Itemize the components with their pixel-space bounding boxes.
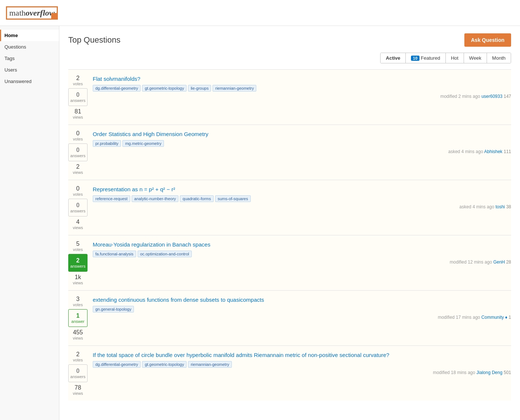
sidebar-item-users[interactable]: Users: [0, 64, 59, 76]
user-rep-4: 28: [506, 259, 511, 265]
tag[interactable]: gt.geometric-topology: [142, 85, 187, 92]
question-item-4: 5 votes 2 answers 1k views Moreau-Yosida…: [68, 235, 511, 290]
tag[interactable]: lie-groups: [188, 85, 211, 92]
question-item-1: 2 votes 0 answers 81 views Flat solvmani…: [68, 69, 511, 125]
answers-label-4: answers: [70, 264, 86, 268]
views-label-6: views: [73, 391, 83, 396]
votes-label-4: votes: [73, 247, 83, 252]
sidebar-item-home[interactable]: Home: [0, 30, 59, 41]
votes-count-1: 2: [76, 75, 80, 82]
votes-count-2: 0: [76, 130, 80, 137]
answers-label-1: answers: [70, 98, 86, 103]
views-count-4: 1k: [75, 274, 81, 281]
question-user-6[interactable]: Jialong Deng: [477, 370, 503, 375]
answers-count-5: 1: [76, 312, 80, 319]
sidebar: Home Questions Tags Users Unanswered: [0, 26, 59, 420]
layout: Home Questions Tags Users Unanswered Top…: [0, 26, 520, 420]
tab-week[interactable]: Week: [464, 53, 487, 63]
tags-1: dg.differential-geometrygt.geometric-top…: [93, 85, 511, 92]
views-label-3: views: [73, 225, 83, 230]
votes-box-5: 3 votes: [73, 296, 83, 307]
views-box-4: 1k views: [73, 274, 83, 285]
logo-overflow-text: overflow: [26, 8, 55, 17]
tag[interactable]: quadratic-forms: [180, 195, 213, 202]
logo[interactable]: mathoverflow: [6, 6, 58, 20]
tag[interactable]: sums-of-squares: [215, 195, 251, 202]
question-title-4[interactable]: Moreau-Yosida regularization in Banach s…: [93, 241, 511, 248]
question-title-2[interactable]: Order Statistics and High Dimension Geom…: [93, 130, 511, 138]
views-box-6: 78 views: [73, 384, 83, 396]
views-box-2: 2 views: [73, 163, 83, 175]
tag[interactable]: pr.probability: [93, 140, 121, 147]
votes-count-3: 0: [76, 185, 80, 192]
tab-month[interactable]: Month: [487, 53, 511, 63]
tab-featured-label: Featured: [421, 55, 440, 61]
tag[interactable]: analytic-number-theory: [132, 195, 179, 202]
tag[interactable]: dg.differential-geometry: [93, 85, 141, 92]
views-count-5: 455: [73, 329, 83, 336]
views-label-2: views: [73, 170, 83, 175]
tags-4: fa.functional-analysisoc.optimization-an…: [93, 251, 511, 257]
header: mathoverflow: [0, 0, 520, 26]
question-user-1[interactable]: user60933: [481, 94, 503, 99]
user-rep-3: 38: [506, 204, 511, 209]
votes-count-4: 5: [76, 241, 80, 247]
logo-box: mathoverflow: [6, 6, 58, 20]
tag[interactable]: riemannian-geometry: [213, 85, 256, 92]
votes-box-1: 2 votes: [73, 75, 83, 86]
question-title-5[interactable]: extending continuous functions from dens…: [93, 296, 511, 304]
votes-label-5: votes: [73, 302, 83, 307]
votes-count-5: 3: [76, 296, 80, 302]
question-user-3[interactable]: toshi: [496, 204, 505, 209]
views-box-1: 81 views: [73, 108, 83, 119]
question-user-2[interactable]: Abhishek: [484, 149, 502, 154]
stats-col-4: 5 votes 2 answers 1k views: [68, 241, 88, 285]
tag[interactable]: reference-request: [93, 195, 130, 202]
answers-box-5: 1 answer: [68, 309, 88, 327]
stats-col-2: 0 votes 0 answers 2 views: [68, 130, 88, 175]
question-content-4: Moreau-Yosida regularization in Banach s…: [93, 241, 511, 265]
tab-hot[interactable]: Hot: [445, 53, 464, 63]
views-label-5: views: [73, 336, 83, 340]
question-title-6[interactable]: If the total space of circle bundle over…: [93, 351, 511, 359]
user-rep-1: 147: [504, 94, 511, 99]
answers-box-1: 0 answers: [68, 88, 88, 106]
answers-box-4: 2 answers: [68, 254, 88, 272]
page-title: Top Questions: [68, 35, 121, 45]
question-title-3[interactable]: Representation as n = p² + q² − r²: [93, 185, 511, 193]
top-bar: Top Questions Ask Question: [68, 33, 511, 47]
tags-3: reference-requestanalytic-number-theoryq…: [93, 195, 511, 202]
sidebar-item-unanswered[interactable]: Unanswered: [0, 76, 59, 87]
question-user-4[interactable]: GenH: [493, 259, 505, 265]
tag[interactable]: oc.optimization-and-control: [138, 251, 192, 257]
main-content: Top Questions Ask Question Active 10 Fea…: [59, 26, 520, 420]
tab-active[interactable]: Active: [381, 53, 405, 63]
sidebar-item-questions[interactable]: Questions: [0, 41, 59, 53]
question-user-5[interactable]: Community ♦: [481, 315, 507, 320]
tab-featured[interactable]: 10 Featured: [405, 53, 445, 63]
tag[interactable]: riemannian-geometry: [188, 361, 232, 368]
sidebar-item-tags[interactable]: Tags: [0, 53, 59, 64]
tag[interactable]: gn.general-topology: [93, 306, 134, 312]
answers-label-3: answers: [70, 209, 86, 213]
question-content-2: Order Statistics and High Dimension Geom…: [93, 130, 511, 154]
views-box-3: 4 views: [73, 219, 83, 230]
tag[interactable]: mg.metric-geometry: [122, 140, 164, 147]
stats-col-6: 2 votes 0 answers 78 views: [68, 351, 88, 396]
user-rep-6: 501: [504, 370, 511, 375]
tag[interactable]: dg.differential-geometry: [93, 361, 141, 368]
answers-count-6: 0: [76, 368, 80, 374]
views-count-1: 81: [75, 108, 81, 115]
tag[interactable]: gt.geometric-topology: [142, 361, 187, 368]
answers-count-2: 0: [76, 147, 80, 153]
views-count-6: 78: [75, 384, 81, 391]
ask-question-button[interactable]: Ask Question: [464, 33, 511, 47]
question-item-3: 0 votes 0 answers 4 views Representation…: [68, 180, 511, 235]
answers-label-5: answer: [71, 319, 84, 324]
tag[interactable]: fa.functional-analysis: [93, 251, 136, 257]
views-label-1: views: [73, 115, 83, 119]
votes-label-1: votes: [73, 82, 83, 86]
tags-2: pr.probabilitymg.metric-geometry: [93, 140, 511, 147]
question-item-2: 0 votes 0 answers 2 views Order Statisti…: [68, 125, 511, 180]
question-title-1[interactable]: Flat solvmanifolds?: [93, 75, 511, 83]
